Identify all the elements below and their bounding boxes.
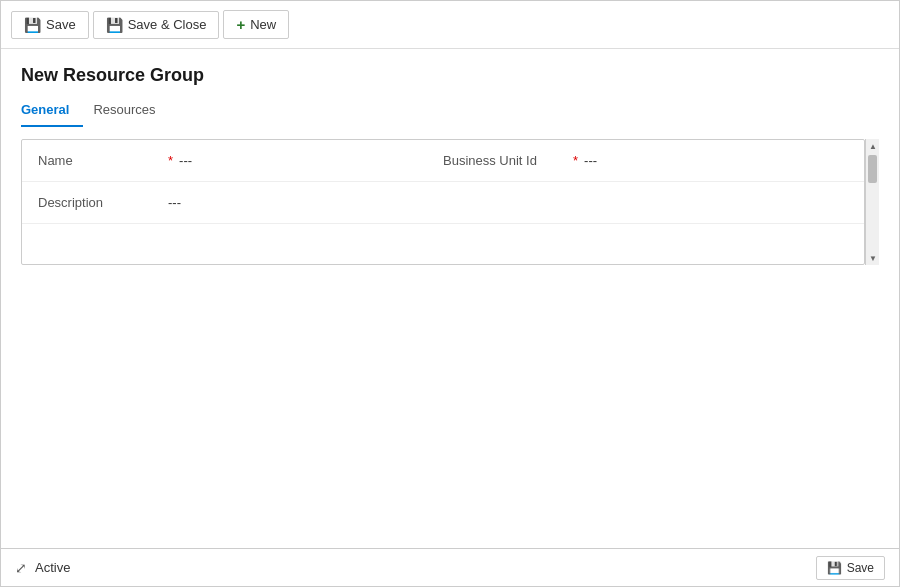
status-label: Active xyxy=(35,560,70,575)
toolbar: 💾 Save 💾 Save & Close + New xyxy=(1,1,899,49)
form-row-description: Description --- xyxy=(22,182,864,224)
description-value[interactable]: --- xyxy=(168,195,181,210)
save-close-button[interactable]: 💾 Save & Close xyxy=(93,11,220,39)
description-label: Description xyxy=(38,195,168,210)
new-label: New xyxy=(250,17,276,32)
name-label: Name xyxy=(38,153,168,168)
field-business-unit-group: Business Unit Id * --- xyxy=(443,153,848,168)
scroll-thumb[interactable] xyxy=(868,155,877,183)
name-value[interactable]: --- xyxy=(179,153,192,168)
tab-bar: General Resources xyxy=(21,96,879,127)
form-panel: Name * --- Business Unit Id * --- Descri… xyxy=(21,139,865,265)
vertical-scrollbar[interactable]: ▲ ▼ xyxy=(865,139,879,265)
status-left: ⤢ Active xyxy=(15,560,70,576)
plus-icon: + xyxy=(236,16,245,33)
scroll-track[interactable] xyxy=(866,153,879,251)
status-bar: ⤢ Active 💾 Save xyxy=(1,548,899,586)
status-save-button[interactable]: 💾 Save xyxy=(816,556,885,580)
form-row-name: Name * --- Business Unit Id * --- xyxy=(22,140,864,182)
main-content: New Resource Group General Resources Nam… xyxy=(1,49,899,548)
form-spacer xyxy=(22,224,864,264)
scroll-up-arrow[interactable]: ▲ xyxy=(866,139,880,153)
scroll-down-arrow[interactable]: ▼ xyxy=(866,251,880,265)
field-name-group: Name * --- xyxy=(38,153,443,168)
new-button[interactable]: + New xyxy=(223,10,289,39)
form-panel-wrapper: Name * --- Business Unit Id * --- Descri… xyxy=(21,139,879,265)
status-save-label: Save xyxy=(847,561,874,575)
business-unit-required-indicator: * xyxy=(573,153,578,168)
status-save-icon: 💾 xyxy=(827,561,842,575)
page-title: New Resource Group xyxy=(21,65,879,86)
expand-icon[interactable]: ⤢ xyxy=(15,560,27,576)
save-icon: 💾 xyxy=(24,17,41,33)
name-required-indicator: * xyxy=(168,153,173,168)
tab-resources[interactable]: Resources xyxy=(93,96,169,127)
status-right: 💾 Save xyxy=(816,556,885,580)
save-button[interactable]: 💾 Save xyxy=(11,11,89,39)
tab-general[interactable]: General xyxy=(21,96,83,127)
business-unit-label: Business Unit Id xyxy=(443,153,573,168)
save-close-label: Save & Close xyxy=(128,17,207,32)
field-description-group: Description --- xyxy=(38,195,848,210)
business-unit-value[interactable]: --- xyxy=(584,153,597,168)
save-close-icon: 💾 xyxy=(106,17,123,33)
save-label: Save xyxy=(46,17,76,32)
